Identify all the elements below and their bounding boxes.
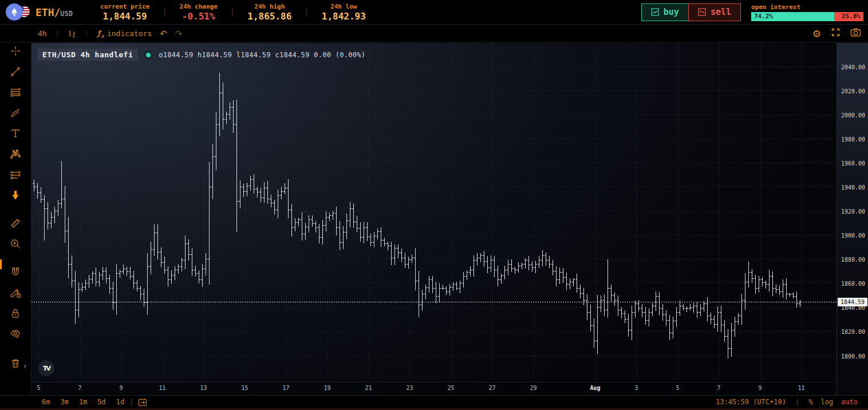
remove-drawings-icon[interactable] — [7, 356, 23, 370]
header-right: buy sell open interest 74.2% 25.8% — [641, 3, 863, 21]
hide-drawings-icon[interactable] — [7, 327, 23, 341]
bar-style-icon[interactable] — [67, 29, 76, 38]
camera-icon[interactable] — [850, 27, 861, 40]
clock[interactable]: 13:45:59 (UTC+10) — [713, 397, 788, 407]
time-tick: 7 — [78, 385, 81, 391]
trend-line-icon[interactable] — [7, 65, 23, 78]
price-tick: 2040.00 — [841, 64, 865, 70]
time-tick: 11 — [798, 385, 804, 391]
trading-app: ETH/USD current price 1,844.59|24h chang… — [0, 0, 868, 410]
ohlc-chart — [31, 43, 837, 382]
footer-separator: | — [129, 398, 133, 406]
footer-right: 13:45:59 (UTC+10) | % log auto — [713, 397, 860, 407]
stat-value: 1,844.59 — [100, 11, 149, 22]
open-interest-label: open interest — [751, 3, 863, 11]
chart-toolbar: 4h | | ƒx indicators ↶ ↷ ⚙ — [0, 25, 868, 42]
brush-icon[interactable] — [7, 106, 23, 120]
draw-lock-icon[interactable] — [7, 286, 23, 299]
footer-separator: | — [795, 398, 799, 406]
tv-glyph: TV — [43, 365, 50, 372]
price-tick: 1940.00 — [841, 184, 865, 190]
toolbar-separator: | — [55, 29, 60, 38]
symbol-quote: USD — [60, 10, 73, 18]
arrow-down-icon[interactable] — [7, 188, 23, 202]
log-scale-button[interactable]: log — [818, 397, 835, 407]
fullscreen-icon[interactable] — [831, 27, 841, 40]
legend-title[interactable]: ETH/USD 4h handlefi — [37, 49, 138, 61]
auto-scale-button[interactable]: auto — [839, 397, 860, 407]
stat-24h-high: 24h high 1,865.86 — [235, 3, 304, 22]
price-tick: 2020.00 — [841, 88, 865, 94]
tradingview-logo[interactable]: TV — [38, 360, 54, 376]
time-tick: 27 — [488, 385, 495, 391]
buy-button[interactable]: buy — [641, 3, 689, 21]
percent-scale-button[interactable]: % — [806, 397, 815, 407]
time-tick: 5 — [676, 385, 679, 391]
collapse-toolbar-chevron[interactable]: ‹ — [23, 361, 27, 370]
stat-current-price: current price 1,844.59 — [88, 3, 162, 22]
buy-chart-icon — [651, 8, 659, 16]
time-tick: 13 — [200, 385, 207, 391]
time-axis[interactable]: 57911131517192123252729Aug357911 — [31, 382, 837, 395]
time-tick: 5 — [37, 385, 40, 391]
time-tick: Aug — [590, 385, 600, 391]
range-button-6m[interactable]: 6m — [40, 397, 52, 407]
stat-24h-low: 24h low 1,842.93 — [309, 3, 378, 22]
range-selector: 6m3m1m5d1d — [40, 397, 126, 407]
fib-retracement-icon[interactable] — [7, 85, 23, 99]
gear-icon[interactable]: ⚙ — [812, 28, 821, 40]
open-interest-widget: open interest 74.2% 25.8% — [751, 3, 863, 21]
time-tick: 11 — [159, 385, 165, 391]
crosshair-icon[interactable] — [7, 44, 23, 58]
timeframe-button[interactable]: 4h — [38, 29, 47, 38]
price-axis[interactable]: 2040.002020.002000.001980.001960.001940.… — [837, 43, 868, 395]
buy-label: buy — [664, 7, 679, 17]
stat-value: -0.51% — [180, 11, 218, 22]
sell-chart-icon — [698, 8, 706, 16]
range-button-3m[interactable]: 3m — [58, 397, 70, 407]
magnet-icon[interactable] — [7, 265, 23, 279]
ruler-icon[interactable] — [7, 216, 23, 230]
stat-separator: | — [304, 7, 309, 17]
sell-button[interactable]: sell — [688, 3, 741, 21]
visibility-toggle-icon[interactable] — [144, 50, 153, 60]
legend-ohlc-values: o1844.59 h1844.59 l1844.59 c1844.59 0.00… — [159, 51, 365, 59]
range-button-1d[interactable]: 1d — [115, 397, 126, 407]
stat-label: 24h high — [247, 3, 291, 10]
time-tick: 19 — [323, 385, 330, 391]
symbol-base: ETH/ — [35, 6, 60, 18]
go-to-date-icon[interactable] — [137, 397, 148, 407]
pair-logo — [6, 3, 31, 21]
price-tick: 1820.00 — [841, 328, 865, 334]
undo-icon[interactable]: ↶ — [160, 29, 167, 39]
redo-icon[interactable]: ↷ — [175, 29, 183, 39]
price-tick: 1800.00 — [841, 353, 865, 359]
time-tick: 21 — [365, 385, 372, 391]
chart-legend: ETH/USD 4h handlefi o1844.59 h1844.59 l1… — [37, 49, 365, 61]
time-tick: 15 — [241, 385, 248, 391]
time-tick: 23 — [406, 385, 413, 391]
stat-value: 1,865.86 — [247, 11, 291, 22]
range-button-1m[interactable]: 1m — [77, 397, 89, 407]
text-tool-icon[interactable] — [7, 127, 23, 140]
price-tick: 1860.00 — [841, 280, 865, 286]
price-tick: 1880.00 — [841, 256, 865, 262]
lock-all-icon[interactable] — [7, 306, 23, 320]
forecast-icon[interactable] — [7, 168, 23, 182]
indicators-label: indicators — [107, 29, 152, 38]
current-price-badge: 1844.59 — [838, 298, 867, 306]
indicators-button[interactable]: ƒx indicators — [97, 29, 152, 39]
price-tick: 1960.00 — [841, 160, 865, 166]
footer-bar: 6m3m1m5d1d | 13:45:59 (UTC+10) | % log a… — [0, 395, 868, 410]
open-interest-bar: 74.2% 25.8% — [751, 12, 863, 21]
xabcd-pattern-icon[interactable] — [7, 147, 23, 161]
time-tick: 9 — [119, 385, 123, 391]
time-tick: 17 — [282, 385, 289, 391]
header-bar: ETH/USD current price 1,844.59|24h chang… — [0, 0, 868, 25]
time-tick: 25 — [447, 385, 454, 391]
zoom-in-icon[interactable] — [7, 237, 23, 251]
chart-plot[interactable]: ETH/USD 4h handlefi o1844.59 h1844.59 l1… — [31, 43, 837, 395]
active-tool-indicator — [0, 259, 2, 269]
range-button-5d[interactable]: 5d — [96, 397, 107, 407]
eth-logo-icon — [6, 3, 23, 21]
